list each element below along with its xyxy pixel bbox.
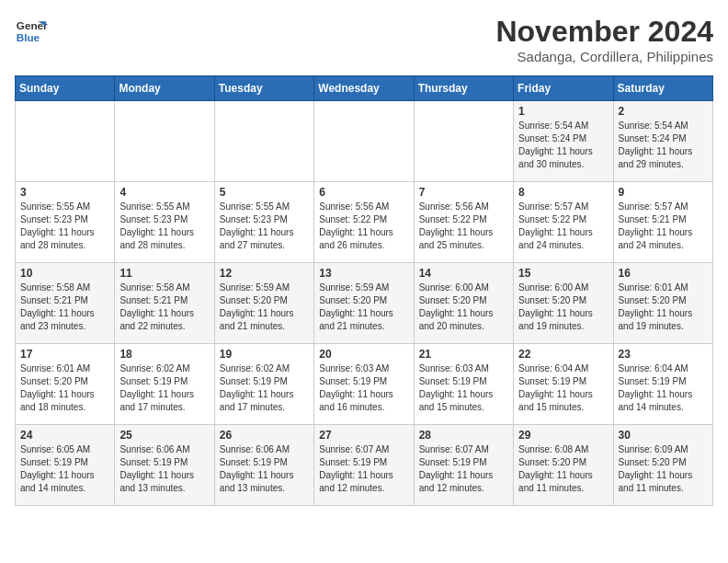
day-info: Sunrise: 5:58 AM Sunset: 5:21 PM Dayligh… [20, 282, 109, 333]
day-info: Sunrise: 5:56 AM Sunset: 5:22 PM Dayligh… [319, 201, 408, 252]
calendar-cell: 25Sunrise: 6:06 AM Sunset: 5:19 PM Dayli… [115, 425, 214, 506]
location-subtitle: Sadanga, Cordillera, Philippines [495, 49, 713, 64]
calendar-cell: 11Sunrise: 5:58 AM Sunset: 5:21 PM Dayli… [115, 263, 214, 344]
calendar-cell: 16Sunrise: 6:01 AM Sunset: 5:20 PM Dayli… [613, 263, 712, 344]
calendar-cell: 20Sunrise: 6:03 AM Sunset: 5:19 PM Dayli… [314, 344, 414, 425]
day-number: 13 [319, 267, 408, 280]
day-info: Sunrise: 5:57 AM Sunset: 5:22 PM Dayligh… [518, 201, 608, 252]
calendar-cell: 17Sunrise: 6:01 AM Sunset: 5:20 PM Dayli… [16, 344, 115, 425]
day-info: Sunrise: 5:56 AM Sunset: 5:22 PM Dayligh… [419, 201, 508, 252]
day-number: 30 [619, 429, 708, 442]
day-info: Sunrise: 6:06 AM Sunset: 5:19 PM Dayligh… [220, 443, 309, 495]
day-info: Sunrise: 6:09 AM Sunset: 5:20 PM Dayligh… [619, 443, 708, 495]
day-info: Sunrise: 6:00 AM Sunset: 5:20 PM Dayligh… [518, 282, 608, 333]
day-number: 14 [419, 267, 508, 280]
calendar-week-3: 10Sunrise: 5:58 AM Sunset: 5:21 PM Dayli… [16, 263, 713, 344]
day-info: Sunrise: 5:58 AM Sunset: 5:21 PM Dayligh… [119, 282, 209, 333]
day-info: Sunrise: 5:59 AM Sunset: 5:20 PM Dayligh… [319, 282, 408, 333]
calendar-cell [16, 101, 115, 182]
day-number: 25 [119, 429, 209, 442]
day-info: Sunrise: 6:03 AM Sunset: 5:19 PM Dayligh… [419, 362, 508, 414]
calendar-cell: 30Sunrise: 6:09 AM Sunset: 5:20 PM Dayli… [613, 425, 712, 506]
calendar-week-5: 24Sunrise: 6:05 AM Sunset: 5:19 PM Dayli… [16, 425, 713, 506]
calendar-cell: 28Sunrise: 6:07 AM Sunset: 5:19 PM Dayli… [414, 425, 513, 506]
day-number: 27 [319, 429, 408, 442]
calendar-cell: 24Sunrise: 6:05 AM Sunset: 5:19 PM Dayli… [16, 425, 115, 506]
day-number: 11 [119, 267, 209, 280]
day-number: 16 [619, 267, 708, 280]
day-number: 23 [619, 348, 708, 361]
day-number: 15 [518, 267, 608, 280]
day-info: Sunrise: 6:06 AM Sunset: 5:19 PM Dayligh… [119, 443, 209, 495]
calendar-cell: 14Sunrise: 6:00 AM Sunset: 5:20 PM Dayli… [414, 263, 513, 344]
day-number: 7 [419, 186, 508, 199]
logo-icon: General Blue [15, 15, 48, 48]
day-info: Sunrise: 5:54 AM Sunset: 5:24 PM Dayligh… [619, 120, 708, 171]
calendar-cell: 19Sunrise: 6:02 AM Sunset: 5:19 PM Dayli… [214, 344, 313, 425]
day-number: 6 [319, 186, 408, 199]
day-number: 21 [419, 348, 508, 361]
day-header-tuesday: Tuesday [214, 76, 313, 101]
day-number: 3 [20, 186, 109, 199]
day-info: Sunrise: 6:08 AM Sunset: 5:20 PM Dayligh… [518, 443, 608, 495]
logo: General Blue [15, 15, 48, 48]
svg-text:General: General [17, 19, 48, 31]
day-info: Sunrise: 6:01 AM Sunset: 5:20 PM Dayligh… [20, 362, 109, 414]
calendar-cell: 8Sunrise: 5:57 AM Sunset: 5:22 PM Daylig… [514, 182, 613, 263]
day-info: Sunrise: 6:05 AM Sunset: 5:19 PM Dayligh… [20, 443, 109, 495]
calendar-header: SundayMondayTuesdayWednesdayThursdayFrid… [16, 76, 713, 101]
day-number: 20 [319, 348, 408, 361]
calendar-cell: 22Sunrise: 6:04 AM Sunset: 5:19 PM Dayli… [514, 344, 613, 425]
day-header-friday: Friday [514, 76, 613, 101]
calendar-cell [115, 101, 214, 182]
day-info: Sunrise: 6:04 AM Sunset: 5:19 PM Dayligh… [619, 362, 708, 414]
day-header-wednesday: Wednesday [314, 76, 414, 101]
day-number: 4 [119, 186, 209, 199]
day-info: Sunrise: 5:55 AM Sunset: 5:23 PM Dayligh… [20, 201, 109, 252]
day-number: 5 [220, 186, 309, 199]
calendar-cell: 5Sunrise: 5:55 AM Sunset: 5:23 PM Daylig… [214, 182, 313, 263]
calendar-cell: 10Sunrise: 5:58 AM Sunset: 5:21 PM Dayli… [16, 263, 115, 344]
calendar-cell: 15Sunrise: 6:00 AM Sunset: 5:20 PM Dayli… [514, 263, 613, 344]
calendar-cell: 9Sunrise: 5:57 AM Sunset: 5:21 PM Daylig… [613, 182, 712, 263]
day-number: 19 [220, 348, 309, 361]
calendar-cell: 6Sunrise: 5:56 AM Sunset: 5:22 PM Daylig… [314, 182, 414, 263]
day-info: Sunrise: 6:07 AM Sunset: 5:19 PM Dayligh… [319, 443, 408, 495]
day-number: 18 [119, 348, 209, 361]
day-number: 10 [20, 267, 109, 280]
calendar-week-2: 3Sunrise: 5:55 AM Sunset: 5:23 PM Daylig… [16, 182, 713, 263]
day-info: Sunrise: 6:00 AM Sunset: 5:20 PM Dayligh… [419, 282, 508, 333]
day-info: Sunrise: 5:55 AM Sunset: 5:23 PM Dayligh… [119, 201, 209, 252]
calendar-cell: 3Sunrise: 5:55 AM Sunset: 5:23 PM Daylig… [16, 182, 115, 263]
page-header: General Blue November 2024 Sadanga, Cord… [15, 15, 713, 64]
day-info: Sunrise: 5:54 AM Sunset: 5:24 PM Dayligh… [518, 120, 608, 171]
day-header-sunday: Sunday [16, 76, 115, 101]
day-info: Sunrise: 6:03 AM Sunset: 5:19 PM Dayligh… [319, 362, 408, 414]
calendar-cell: 12Sunrise: 5:59 AM Sunset: 5:20 PM Dayli… [214, 263, 313, 344]
day-info: Sunrise: 6:07 AM Sunset: 5:19 PM Dayligh… [419, 443, 508, 495]
calendar-table: SundayMondayTuesdayWednesdayThursdayFrid… [15, 75, 713, 506]
day-info: Sunrise: 5:55 AM Sunset: 5:23 PM Dayligh… [220, 201, 309, 252]
day-number: 26 [220, 429, 309, 442]
day-number: 8 [518, 186, 608, 199]
day-number: 9 [619, 186, 708, 199]
day-number: 2 [619, 105, 708, 118]
calendar-cell: 21Sunrise: 6:03 AM Sunset: 5:19 PM Dayli… [414, 344, 513, 425]
day-header-saturday: Saturday [613, 76, 712, 101]
day-info: Sunrise: 6:01 AM Sunset: 5:20 PM Dayligh… [619, 282, 708, 333]
calendar-cell: 1Sunrise: 5:54 AM Sunset: 5:24 PM Daylig… [514, 101, 613, 182]
svg-text:Blue: Blue [17, 31, 40, 43]
calendar-body: 1Sunrise: 5:54 AM Sunset: 5:24 PM Daylig… [16, 101, 713, 506]
calendar-cell [314, 101, 414, 182]
calendar-cell: 4Sunrise: 5:55 AM Sunset: 5:23 PM Daylig… [115, 182, 214, 263]
day-info: Sunrise: 5:59 AM Sunset: 5:20 PM Dayligh… [220, 282, 309, 333]
day-number: 29 [518, 429, 608, 442]
calendar-cell: 29Sunrise: 6:08 AM Sunset: 5:20 PM Dayli… [514, 425, 613, 506]
calendar-cell [214, 101, 313, 182]
calendar-cell: 26Sunrise: 6:06 AM Sunset: 5:19 PM Dayli… [214, 425, 313, 506]
calendar-week-4: 17Sunrise: 6:01 AM Sunset: 5:20 PM Dayli… [16, 344, 713, 425]
day-header-monday: Monday [115, 76, 214, 101]
calendar-cell: 18Sunrise: 6:02 AM Sunset: 5:19 PM Dayli… [115, 344, 214, 425]
day-number: 22 [518, 348, 608, 361]
calendar-cell: 23Sunrise: 6:04 AM Sunset: 5:19 PM Dayli… [613, 344, 712, 425]
